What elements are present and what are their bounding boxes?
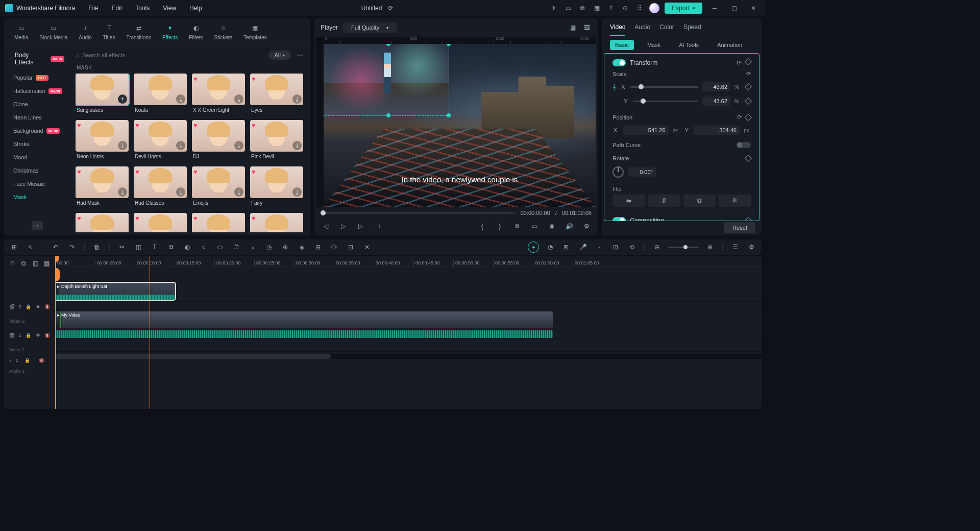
overlap-button[interactable]: ⧂ — [329, 242, 339, 252]
tab-media[interactable]: ▭Media — [14, 23, 28, 40]
keyframe-icon[interactable] — [745, 98, 752, 105]
transform-section-header[interactable]: Transform ⟳ — [612, 58, 751, 68]
prop-tab-color[interactable]: Color — [659, 23, 674, 36]
download-icon[interactable]: ⭳ — [176, 187, 185, 197]
lock-icon[interactable]: 🔒 — [26, 302, 31, 312]
effect-item[interactable]: ♥⭳Eyes — [250, 74, 303, 115]
stop-button[interactable]: □ — [373, 221, 383, 231]
redo-button[interactable]: ↷ — [67, 242, 77, 252]
effect-item[interactable]: ♥⭳Fairy — [250, 166, 303, 208]
download-icon[interactable]: ⭳ — [292, 141, 302, 150]
keyframe-icon[interactable] — [745, 217, 752, 221]
layout-icon[interactable]: ⊞ — [9, 242, 19, 252]
scale-y-input[interactable] — [702, 96, 730, 106]
add-icon[interactable]: + — [118, 94, 127, 104]
sidebar-item-face-mosaic[interactable]: Face Mosaic — [6, 177, 68, 190]
zoom-out-button[interactable]: ⊖ — [652, 242, 662, 252]
prop-tab-video[interactable]: Video — [610, 23, 625, 36]
tab-audio[interactable]: ♪Audio — [79, 23, 92, 40]
volume-button[interactable]: 🔊 — [564, 221, 574, 231]
rotate-input[interactable] — [628, 167, 656, 177]
comment-icon[interactable]: ▭ — [564, 4, 573, 13]
tab-effects[interactable]: ✦Effects — [162, 23, 178, 40]
crop-button[interactable]: ⧉ — [512, 221, 522, 231]
mute-icon[interactable]: 🔇 — [44, 302, 50, 312]
lock-icon[interactable]: 🔒 — [26, 330, 31, 341]
picture-icon[interactable]: 🖼 — [582, 23, 592, 32]
effects-category-header[interactable]: ‹ Body Effects NEW — [6, 50, 68, 68]
copy-tl-button[interactable]: ⧉ — [166, 242, 176, 252]
sidebar-item-mask[interactable]: Mask — [6, 190, 68, 204]
sidebar-item-hallucination[interactable]: HallucinationNEW — [6, 84, 68, 98]
timeline-tracks[interactable]: 00:0000:00:05:0000:00:10:0000:00:15:0000… — [55, 256, 762, 409]
cursor-icon[interactable]: ↖ — [26, 242, 36, 252]
rotate-dial[interactable] — [612, 166, 624, 178]
text-button[interactable]: T — [150, 242, 160, 252]
maximize-button[interactable]: ▢ — [727, 2, 741, 14]
tab-transitions[interactable]: ⇄Transitions — [126, 23, 151, 40]
display-button[interactable]: ▭ — [529, 221, 540, 231]
playhead[interactable] — [55, 256, 56, 409]
keyframe-icon[interactable] — [745, 155, 752, 162]
mixer-icon[interactable]: ⫞ — [594, 242, 604, 252]
mark-in-button[interactable]: { — [477, 221, 487, 231]
list-view-icon[interactable]: ☰ — [730, 242, 740, 252]
compositing-toggle[interactable] — [612, 217, 626, 221]
menu-help[interactable]: Help — [184, 3, 207, 14]
keyframe-tl-button[interactable]: ⬨ — [248, 242, 258, 252]
reset-icon[interactable]: ⟳ — [737, 114, 742, 120]
track-a1-header[interactable]: ♪ 1 🔒 🔇 — [4, 354, 55, 367]
sidebar-item-stroke[interactable]: Stroke — [6, 137, 68, 151]
menu-view[interactable]: View — [158, 3, 181, 14]
reset-icon[interactable]: ⟳ — [737, 59, 742, 66]
effect-item[interactable]: ♥⭳Hud Glasses — [134, 166, 187, 208]
more-options-icon[interactable]: ⋯ — [295, 51, 305, 60]
auto-icon[interactable]: ▦ — [44, 258, 51, 269]
upload-icon[interactable]: ⤒ — [606, 4, 616, 13]
zoom-slider[interactable] — [668, 247, 699, 248]
time-button[interactable]: ◷ — [264, 242, 274, 252]
clip-video2[interactable]: ▸Depth Bokeh Light Sat — [55, 283, 175, 300]
menu-edit[interactable]: Edit — [107, 3, 128, 14]
mask-tl-button[interactable]: ⬭ — [215, 242, 225, 252]
lock-button[interactable]: ⊡ — [346, 242, 356, 252]
collapse-sidebar-button[interactable]: ‹ — [32, 221, 43, 230]
play-button[interactable]: ▷ — [338, 221, 348, 231]
prop-tab-speed[interactable]: Speed — [683, 23, 701, 36]
link-tl-icon[interactable]: ⟲ — [627, 242, 637, 252]
zoom-in-button[interactable]: ⊕ — [705, 242, 715, 252]
effect-item[interactable]: ♥⭳Neon Horns — [76, 120, 129, 161]
scale-y-slider[interactable] — [633, 101, 698, 102]
undo-button[interactable]: ↶ — [51, 242, 61, 252]
effect-item[interactable]: ♥⭳WooHoo — [134, 213, 187, 232]
close-button[interactable]: ✕ — [746, 2, 761, 14]
effect-item[interactable]: ♥⭳Hud Mask Blue — [192, 213, 245, 232]
preview-canvas[interactable]: 0 500 1000 1500 In the video, a newlyw — [316, 37, 596, 207]
settings-button[interactable]: ⚙ — [581, 221, 592, 231]
capture-icon[interactable]: ⧉ — [578, 4, 587, 13]
path-curve-toggle[interactable] — [737, 142, 751, 148]
download-icon[interactable]: ⭳ — [234, 141, 243, 150]
effect-item[interactable]: ♥⭳Hud Mask — [76, 166, 129, 208]
speed-tl-button[interactable]: ⏱ — [231, 242, 241, 252]
keyframe-icon[interactable] — [745, 83, 752, 90]
track-v2-header[interactable]: 🎬 2 🔒 👁 🔇 — [4, 297, 55, 317]
effect-item[interactable]: +Sunglasses — [76, 74, 129, 115]
apps-icon[interactable]: ⠿ — [635, 4, 644, 13]
edit-cursor[interactable] — [150, 256, 150, 409]
tab-titles[interactable]: TTitles — [103, 23, 115, 40]
flip-vertical-button[interactable]: ⇵ — [648, 195, 680, 207]
effect-item[interactable]: ♥⭳Emojis — [192, 166, 245, 208]
sidebar-item-mood[interactable]: Mood — [6, 151, 68, 164]
timeline-ruler[interactable]: 00:0000:00:05:0000:00:10:0000:00:15:0000… — [55, 256, 762, 267]
mic-icon[interactable]: 🎤 — [578, 242, 588, 252]
download-icon[interactable]: ⭳ — [118, 187, 127, 197]
sub-tab-mask[interactable]: Mask — [642, 40, 666, 50]
tab-stock-media[interactable]: ▭Stock Media — [39, 23, 67, 40]
link-icon[interactable]: 𝄞 — [612, 84, 616, 90]
voice-icon[interactable]: ◔ — [545, 242, 555, 252]
sidebar-item-background[interactable]: BackgroundNEW — [6, 124, 68, 137]
headphones-icon[interactable]: ⊙ — [621, 4, 630, 13]
download-icon[interactable]: ⭳ — [292, 187, 302, 197]
eye-icon[interactable]: 👁 — [35, 302, 40, 312]
